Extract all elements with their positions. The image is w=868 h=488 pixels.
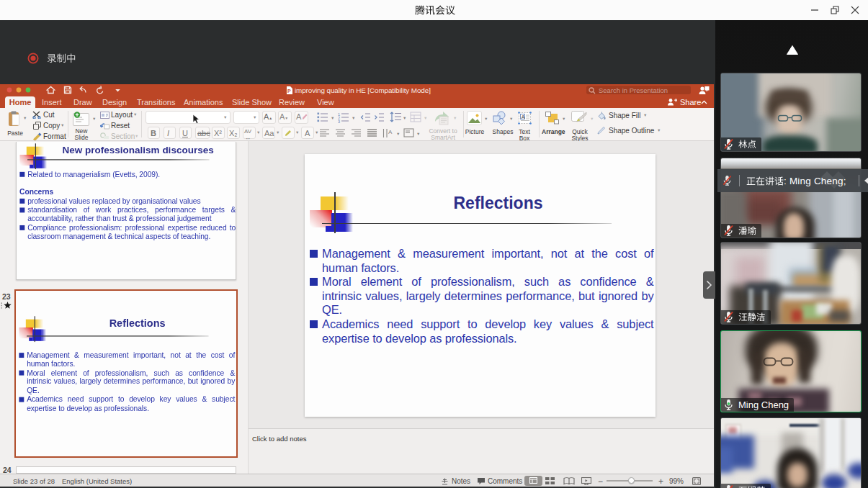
svg-text:P: P — [287, 88, 291, 93]
svg-text:A: A — [522, 114, 525, 119]
svg-text:3: 3 — [338, 119, 340, 124]
svg-text:A: A — [388, 129, 393, 135]
